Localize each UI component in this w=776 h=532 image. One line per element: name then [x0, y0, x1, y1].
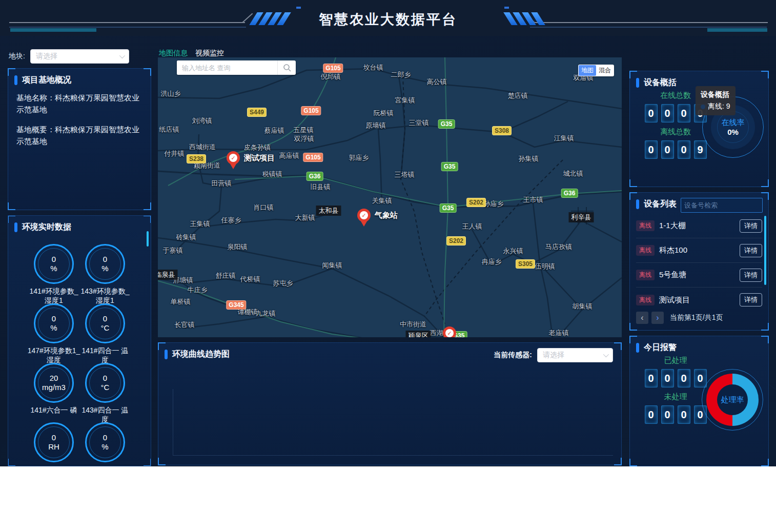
next-page-button[interactable]: [651, 312, 664, 324]
tab-video-monitor[interactable]: 视频监控: [195, 49, 224, 58]
gauge-label: 141#四合一 温度: [78, 346, 132, 364]
tab-map-info[interactable]: 地图信息: [159, 49, 188, 58]
town-label: 王市镇: [523, 195, 543, 204]
device-overview-panel: 设备概括 在线总数 0000 离线总数 0009 在线率 0% 设备概括 离线:…: [629, 71, 769, 187]
town-label: 闻集镇: [322, 261, 342, 270]
sensor-select-placeholder: 请选择: [543, 351, 564, 360]
map-marker[interactable]: ✓ 气象站: [357, 209, 371, 222]
device-search-input[interactable]: [681, 201, 776, 209]
county-label: 利辛县: [569, 212, 594, 222]
tooltip-offline-count: 离线: 9: [708, 102, 730, 111]
map-canvas[interactable]: 倪邱镇坟台镇二郎乡高公镇双庙镇楚店镇洪山乡宫集镇阮桥镇刘湾镇蔡庙镇五星镇双浮镇三…: [158, 57, 622, 337]
town-label: 洪山乡: [161, 89, 181, 98]
header-tick-right: [504, 7, 509, 9]
gauge-value: 0: [52, 314, 56, 323]
scrollbar[interactable]: [764, 216, 766, 285]
search-icon: [283, 64, 291, 72]
search-button[interactable]: [277, 60, 296, 75]
town-label: 原墙镇: [366, 121, 386, 130]
town-label: 单桥镇: [171, 297, 191, 306]
town-label: 胡集镇: [573, 302, 593, 311]
base-name-line: 基地名称：科杰粮保万果园智慧农业示范基地: [16, 92, 144, 116]
offline-status-badge: 离线: [636, 295, 655, 305]
digit-box: 0: [678, 140, 690, 159]
dashboard: 智慧农业大数据平台 地块: 请选择 项目基地概况 基地名称：科杰粮保万果园智慧农…: [0, 0, 776, 466]
scrollbar[interactable]: [147, 231, 149, 247]
road-badge: G105: [303, 153, 323, 162]
map-search-input[interactable]: [177, 60, 277, 75]
title-bar-icon: [165, 350, 168, 359]
town-label: 王集镇: [190, 219, 210, 229]
town-label: 阮桥镇: [374, 109, 394, 118]
county-label: 颍泉区: [406, 331, 431, 337]
town-label: 伍明镇: [535, 262, 555, 271]
device-detail-button[interactable]: 详情: [740, 244, 762, 257]
town-label: 郭庙乡: [349, 153, 369, 162]
marker-label: 测试项目: [244, 153, 275, 163]
town-label: 坟台镇: [363, 63, 383, 72]
town-label: 牛庄乡: [188, 285, 208, 295]
town-label: 砖集镇: [176, 233, 196, 242]
device-name: 1-1大棚: [659, 221, 740, 231]
map-type-map-button[interactable]: 地图: [579, 65, 596, 76]
trend-chart-panel: 环境曲线趋势图 当前传感器: 请选择: [158, 342, 622, 465]
header-teal-bar-right: [707, 28, 767, 32]
town-label: 蔡庙镇: [264, 126, 284, 135]
device-name: 测试项目: [659, 295, 740, 305]
gauge-label: 144#1号溶: [27, 465, 81, 466]
gauge-label: 141#六合一 磷: [27, 405, 81, 415]
plot-select-placeholder: 请选择: [36, 52, 57, 61]
pagination-text: 当前第1页/共1页: [670, 313, 723, 322]
today-alarm-panel: 今日报警 已处理 0000 未处理 0000 处理率: [629, 336, 769, 466]
offline-status-badge: 离线: [636, 220, 655, 231]
sensor-selector-row: 当前传感器: 请选择: [494, 348, 613, 362]
plot-select[interactable]: 请选择: [30, 49, 129, 64]
road-badge: S238: [187, 154, 206, 163]
chevron-down-icon: [603, 352, 609, 357]
pin-icon: ✓: [357, 209, 371, 222]
header: 智慧农业大数据平台: [0, 0, 776, 36]
check-icon: ✓: [229, 154, 237, 162]
gauge-unit: %: [50, 323, 57, 333]
map-marker[interactable]: ✓: [443, 326, 456, 337]
road-badge: S308: [492, 126, 512, 135]
env-gauge: 0 °C 143#四合一 温度: [78, 363, 132, 422]
base-overview-text: 基地名称：科杰粮保万果园智慧农业示范基地 基地概要：科杰粮保万果园智慧农业示范基…: [8, 86, 151, 147]
map-type-hybrid-button[interactable]: 混合: [596, 65, 614, 76]
town-label: 泉阳镇: [228, 242, 248, 252]
title-bar-icon: [636, 343, 639, 353]
pin-icon: ✓: [443, 326, 456, 337]
town-label: 城北镇: [563, 169, 583, 178]
road-badge: G36: [307, 172, 323, 181]
env-gauge: 0 % 143#环境参数_湿度1: [78, 244, 132, 303]
online-rate-value: 0%: [727, 128, 739, 136]
digit-box: 0: [645, 104, 658, 122]
device-detail-button[interactable]: 详情: [740, 269, 762, 282]
device-row: 离线 1-1大棚 详情: [636, 214, 762, 238]
prev-page-button[interactable]: [636, 312, 648, 324]
town-label: 长官镇: [175, 320, 195, 330]
digit-box: 0: [645, 140, 658, 159]
digit-box: 0: [678, 104, 690, 122]
marker-label: 气象站: [375, 211, 398, 220]
town-label: 孙集镇: [519, 154, 539, 163]
road-badge: S305: [516, 259, 535, 269]
digit-box: 0: [661, 369, 674, 387]
device-detail-button[interactable]: 详情: [740, 219, 762, 233]
town-label: 关集镇: [372, 196, 392, 206]
digit-box: 0: [661, 140, 674, 159]
device-detail-button[interactable]: 详情: [740, 293, 762, 306]
sensor-select[interactable]: 请选择: [537, 348, 613, 362]
env-gauge: 0 °C 141#四合一 温度: [78, 303, 132, 363]
road-badge: S449: [247, 108, 267, 117]
digit-box: 0: [661, 104, 674, 122]
gauge-ring: 20 mg/m3: [34, 363, 74, 403]
town-label: 王人镇: [462, 222, 482, 231]
base-summary-line: 基地概要：科杰粮保万果园智慧农业示范基地: [16, 124, 144, 148]
town-label: 冉庙乡: [482, 257, 502, 267]
town-label: 皮条孙镇: [244, 143, 271, 152]
env-gauge: 0 RH 144#1号溶: [27, 422, 81, 466]
map-marker[interactable]: ✓ 测试项目: [227, 151, 240, 165]
gauge-label: 143#四合一 温度: [78, 405, 132, 424]
road-badge: G105: [301, 106, 321, 115]
